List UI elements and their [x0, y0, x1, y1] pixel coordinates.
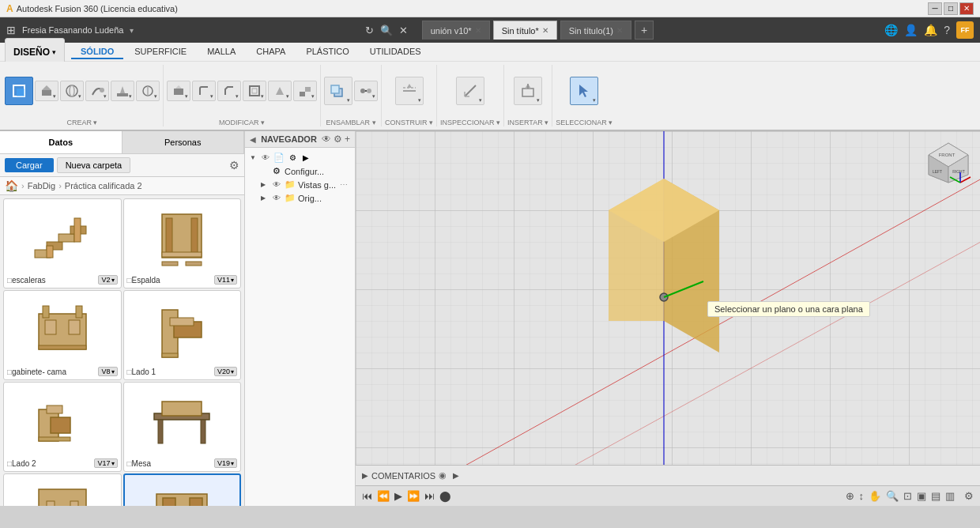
- account-icon[interactable]: 👤: [904, 24, 918, 36]
- settings-gear-icon[interactable]: ⚙: [964, 490, 974, 502]
- file-version-escaleras[interactable]: V2 ▾: [98, 275, 117, 285]
- nav-play-root[interactable]: ▶: [300, 153, 311, 162]
- view-mode3-icon[interactable]: ▥: [945, 490, 955, 502]
- file-version-lado2[interactable]: V17 ▾: [94, 458, 117, 468]
- breadcrumb-fabdig[interactable]: FabDig: [28, 181, 55, 190]
- file-item-lado1[interactable]: □ Lado 1 V20 ▾: [123, 290, 242, 380]
- navigator-plus-icon[interactable]: +: [345, 134, 350, 145]
- navigator-settings-icon[interactable]: ⚙: [334, 134, 342, 145]
- file-version-mesa[interactable]: V19 ▾: [214, 458, 237, 468]
- create-revolve-button[interactable]: ▾: [60, 81, 84, 101]
- assemble-joint-button[interactable]: ▾: [354, 81, 378, 101]
- breadcrumb-home-icon[interactable]: 🏠: [5, 179, 18, 192]
- help-icon[interactable]: ?: [944, 24, 950, 36]
- insert-derive-button[interactable]: ▾: [514, 77, 542, 105]
- mode-tab-utilidades[interactable]: UTILIDADES: [360, 45, 431, 59]
- minimize-button[interactable]: ─: [928, 2, 942, 15]
- nav-eye-vistas[interactable]: 👁: [271, 180, 282, 189]
- globe-icon[interactable]: 🌐: [884, 24, 898, 36]
- maximize-button[interactable]: □: [944, 2, 958, 15]
- modify-chamfer-button[interactable]: ▾: [217, 81, 241, 101]
- mode-tab-malla[interactable]: MALLA: [198, 45, 245, 59]
- file-item-escaleras[interactable]: □ escaleras V2 ▾: [3, 198, 122, 289]
- close-button[interactable]: ✕: [959, 2, 974, 15]
- load-button[interactable]: Cargar: [5, 158, 54, 172]
- comments-expand-icon[interactable]: ▶: [362, 471, 368, 480]
- user-avatar[interactable]: FF: [956, 21, 974, 39]
- playback-prev-button[interactable]: ⏪: [377, 490, 390, 502]
- playback-end-button[interactable]: ⏭: [424, 490, 435, 502]
- assemble-new-comp-button[interactable]: ▾: [324, 77, 352, 105]
- comments-expand-right[interactable]: ▶: [453, 471, 459, 480]
- view-mode2-icon[interactable]: ▤: [931, 490, 940, 502]
- select-button[interactable]: ▾: [570, 77, 598, 105]
- modify-fillet-button[interactable]: ▾: [192, 81, 216, 101]
- nav-row-config[interactable]: ⚙ Configur...: [247, 164, 353, 178]
- nav-row-vistas[interactable]: ▶ 👁 📁 Vistas g... ⋯: [247, 178, 353, 191]
- mode-tab-solido[interactable]: SÓLIDO: [71, 45, 123, 59]
- view-cube[interactable]: FRONT LEFT RIGHT: [925, 139, 972, 187]
- viewport[interactable]: Seleccionar un plano o una cara plana FR…: [356, 131, 980, 506]
- nav-more-vistas[interactable]: ⋯: [340, 180, 348, 189]
- view-zoom-icon[interactable]: 🔍: [886, 490, 899, 502]
- nav-eye-orig[interactable]: 👁: [271, 194, 282, 202]
- file-item-espalda[interactable]: □ Espalda V11 ▾: [123, 198, 242, 289]
- search-icon[interactable]: 🔍: [380, 25, 393, 36]
- close-project-icon[interactable]: ✕: [399, 25, 408, 36]
- playback-record-button[interactable]: ⬤: [439, 490, 451, 502]
- file-version-lado1[interactable]: V20 ▾: [214, 367, 237, 376]
- mode-tab-chapa[interactable]: CHAPA: [247, 45, 295, 59]
- nav-row-root[interactable]: ▼ 👁 📄 ⚙ ▶: [247, 151, 353, 164]
- tab-sintitulo[interactable]: Sin título* ✕: [493, 21, 557, 40]
- file-item-gabinete-cama[interactable]: □ gabinete- cama V8 ▾: [3, 290, 122, 380]
- panel-tab-personas[interactable]: Personas: [122, 131, 245, 153]
- file-item-pared-cama[interactable]: □ Pared de la cama V10 ▾: [123, 473, 242, 506]
- construct-offset-plane-button[interactable]: ▾: [395, 77, 424, 105]
- nav-gear-root[interactable]: ⚙: [287, 153, 298, 162]
- create-rib-button[interactable]: ▾: [136, 81, 160, 101]
- bell-icon[interactable]: 🔔: [924, 24, 937, 36]
- modify-scale-button[interactable]: ▾: [293, 81, 317, 101]
- nav-row-orig[interactable]: ▶ 👁 📁 Orig...: [247, 191, 353, 205]
- sync-icon[interactable]: ↻: [365, 25, 374, 36]
- playback-next-button[interactable]: ⏩: [407, 490, 420, 502]
- navigator-eye-icon[interactable]: 👁: [322, 134, 331, 145]
- playback-start-button[interactable]: ⏮: [362, 490, 372, 502]
- modify-shell-button[interactable]: ▾: [243, 81, 266, 101]
- panel-tab-datos[interactable]: Datos: [0, 131, 122, 153]
- modify-press-pull-button[interactable]: ▾: [167, 81, 190, 101]
- mode-tab-plastico[interactable]: PLÁSTICO: [296, 45, 358, 59]
- inspect-measure-button[interactable]: ▾: [456, 77, 484, 105]
- create-sweep-button[interactable]: ▾: [85, 81, 109, 101]
- comments-circle-icon[interactable]: ◉: [439, 470, 447, 481]
- settings-icon[interactable]: ⚙: [229, 159, 239, 172]
- file-version-gabinete[interactable]: V8 ▾: [98, 367, 117, 376]
- nav-eye-root[interactable]: 👁: [260, 153, 271, 162]
- view-orbit-icon[interactable]: ✋: [869, 490, 881, 502]
- create-box-button[interactable]: [5, 77, 33, 105]
- tab-sintitulo1-close[interactable]: ✕: [616, 26, 623, 35]
- create-loft-button[interactable]: ▾: [111, 81, 134, 101]
- tab-union[interactable]: unión v10* ✕: [422, 21, 490, 40]
- view-home-icon[interactable]: ⊕: [846, 490, 854, 502]
- apps-icon[interactable]: ⊞: [6, 24, 16, 36]
- view-mode1-icon[interactable]: ▣: [917, 490, 926, 502]
- new-tab-button[interactable]: +: [635, 21, 654, 40]
- user-dropdown-icon[interactable]: ▾: [130, 26, 134, 35]
- tab-sintitulo-close[interactable]: ✕: [542, 26, 548, 35]
- navigator-collapse-icon[interactable]: ◀: [250, 135, 256, 144]
- file-item-mesa[interactable]: □ Mesa V19 ▾: [123, 382, 242, 472]
- new-folder-button[interactable]: Nueva carpeta: [57, 157, 131, 173]
- tab-sintitulo1[interactable]: Sin título(1) ✕: [560, 21, 631, 40]
- view-fit-icon[interactable]: ⊡: [903, 490, 912, 502]
- tab-union-close[interactable]: ✕: [475, 26, 481, 35]
- create-extrude-button[interactable]: ▾: [35, 81, 58, 101]
- modify-draft-button[interactable]: ▾: [268, 81, 292, 101]
- user-name[interactable]: Fresia Fasanando Ludeña: [22, 25, 123, 35]
- file-item-pared2[interactable]: □ pared 2 V4 ▾: [3, 473, 122, 506]
- file-version-espalda[interactable]: V11 ▾: [214, 275, 237, 285]
- mode-tab-superficie[interactable]: SUPERFICIE: [125, 45, 196, 59]
- view-arrow-icon[interactable]: ↕: [859, 490, 865, 502]
- breadcrumb-practica[interactable]: Práctica calificada 2: [65, 181, 142, 190]
- playback-play-button[interactable]: ▶: [394, 490, 402, 502]
